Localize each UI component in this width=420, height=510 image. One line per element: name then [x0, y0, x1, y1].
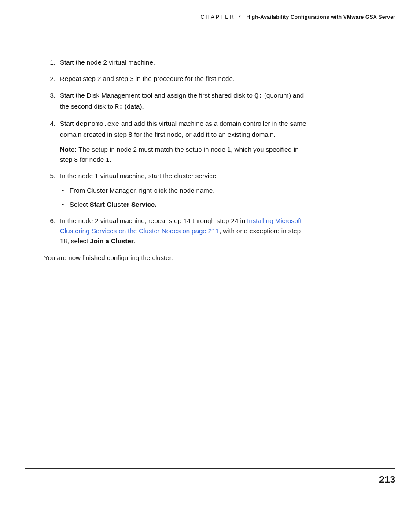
code-dcpromo: dcpromo.exe — [76, 121, 119, 128]
note-label: Note: — [60, 146, 77, 153]
closing-paragraph: You are now finished configuring the clu… — [44, 253, 308, 263]
sub-step: • From Cluster Manager, right-click the … — [60, 185, 308, 195]
step-2: 2. Repeat step 2 and step 3 in the proce… — [44, 73, 308, 84]
text-fragment: Select — [70, 201, 90, 208]
step-note: Note: The setup in node 2 must match the… — [60, 144, 308, 165]
page-header: CHAPTER 7 High-Availability Configuratio… — [200, 14, 395, 20]
step-text: In the node 2 virtual machine, repeat st… — [60, 217, 302, 245]
step-text: Repeat step 2 and step 3 in the procedur… — [60, 75, 235, 82]
step-number: 1. — [44, 57, 55, 67]
step-number: 6. — [44, 216, 55, 226]
sub-step: • Select Start Cluster Service. — [60, 199, 308, 209]
step-number: 5. — [44, 171, 55, 181]
text-fragment: (data). — [123, 103, 144, 110]
bold-fragment: Join a Cluster — [90, 237, 133, 245]
step-4: 4. Start dcpromo.exe and add this virtua… — [44, 118, 308, 165]
page-number: 213 — [379, 474, 395, 485]
step-5-sublist: • From Cluster Manager, right-click the … — [60, 185, 308, 209]
sub-text: From Cluster Manager, right-click the no… — [70, 187, 214, 194]
step-number: 3. — [44, 90, 55, 100]
step-text: Start the node 2 virtual machine. — [60, 59, 155, 66]
page-content: 1. Start the node 2 virtual machine. 2. … — [44, 57, 308, 263]
code-q: Q: — [254, 92, 262, 100]
text-fragment: Start — [60, 120, 76, 127]
bullet-icon: • — [62, 199, 64, 209]
step-5: 5. In the node 1 virtual machine, start … — [44, 171, 308, 209]
note-text: The setup in node 2 must match the setup… — [60, 146, 299, 163]
sub-text: Select Start Cluster Service. — [70, 201, 157, 208]
step-6: 6. In the node 2 virtual machine, repeat… — [44, 216, 308, 246]
chapter-label: CHAPTER 7 — [200, 14, 242, 20]
step-text: In the node 1 virtual machine, start the… — [60, 172, 218, 180]
text-fragment: In the node 2 virtual machine, repeat st… — [60, 217, 247, 224]
step-text: Start the Disk Management tool and assig… — [60, 92, 304, 110]
text-fragment: Start the Disk Management tool and assig… — [60, 92, 254, 99]
chapter-title: High-Availability Configurations with VM… — [246, 14, 395, 20]
footer-rule — [25, 468, 395, 469]
ordered-steps: 1. Start the node 2 virtual machine. 2. … — [44, 57, 308, 246]
text-fragment: . — [134, 237, 136, 245]
bold-fragment: Start Cluster Service. — [90, 201, 157, 208]
step-3: 3. Start the Disk Management tool and as… — [44, 90, 308, 113]
step-number: 4. — [44, 118, 55, 128]
step-number: 2. — [44, 73, 55, 84]
bullet-icon: • — [62, 185, 64, 195]
step-1: 1. Start the node 2 virtual machine. — [44, 57, 308, 67]
code-r: R: — [115, 103, 123, 111]
step-text: Start dcpromo.exe and add this virtual m… — [60, 120, 306, 138]
